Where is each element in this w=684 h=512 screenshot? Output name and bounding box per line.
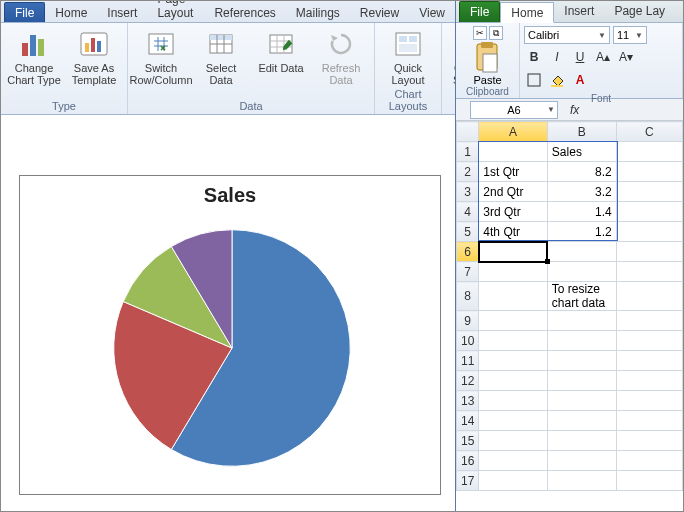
cell-A2[interactable]: 1st Qtr (479, 162, 548, 182)
cell-A4[interactable]: 3rd Qtr (479, 202, 548, 222)
document-area[interactable]: Sales (1, 115, 455, 511)
cell-B5[interactable]: 1.2 (547, 222, 616, 242)
cell-B1[interactable]: Sales (547, 142, 616, 162)
cell-B11[interactable] (547, 351, 616, 371)
cell-C2[interactable] (616, 162, 682, 182)
column-header-B[interactable]: B (547, 122, 616, 142)
tab-view[interactable]: View (409, 3, 455, 22)
cell-B12[interactable] (547, 371, 616, 391)
chart-object[interactable]: Sales (19, 175, 441, 495)
row-header-8[interactable]: 8 (457, 282, 479, 311)
underline-button[interactable]: U (570, 47, 590, 67)
row-header-6[interactable]: 6 (457, 242, 479, 262)
cell-A15[interactable] (479, 431, 548, 451)
excel-tab-insert[interactable]: Insert (554, 1, 604, 22)
borders-button[interactable] (524, 70, 544, 90)
cell-A9[interactable] (479, 311, 548, 331)
row-header-13[interactable]: 13 (457, 391, 479, 411)
cell-A7[interactable] (479, 262, 548, 282)
tab-references[interactable]: References (204, 3, 285, 22)
row-header-12[interactable]: 12 (457, 371, 479, 391)
tab-mailings[interactable]: Mailings (286, 3, 350, 22)
cell-A17[interactable] (479, 471, 548, 491)
fill-color-button[interactable] (547, 70, 567, 90)
cell-C5[interactable] (616, 222, 682, 242)
cell-B8[interactable]: To resize chart data (547, 282, 616, 311)
cell-A8[interactable] (479, 282, 548, 311)
cell-B17[interactable] (547, 471, 616, 491)
cell-A5[interactable]: 4th Qtr (479, 222, 548, 242)
select-all-corner[interactable] (457, 122, 479, 142)
cell-A12[interactable] (479, 371, 548, 391)
cell-C15[interactable] (616, 431, 682, 451)
edit-data-button[interactable]: Edit Data (254, 26, 308, 74)
fx-icon[interactable]: fx (570, 103, 579, 117)
cell-A10[interactable] (479, 331, 548, 351)
select-data-button[interactable]: Select Data (194, 26, 248, 86)
font-size-combo[interactable]: 11▼ (613, 26, 647, 44)
cell-C10[interactable] (616, 331, 682, 351)
cut-icon[interactable]: ✂ (473, 26, 487, 40)
cell-C4[interactable] (616, 202, 682, 222)
cell-C1[interactable] (616, 142, 682, 162)
cell-B6[interactable] (547, 242, 616, 262)
cell-C11[interactable] (616, 351, 682, 371)
row-header-14[interactable]: 14 (457, 411, 479, 431)
row-header-5[interactable]: 5 (457, 222, 479, 242)
cell-C8[interactable] (616, 282, 682, 311)
cell-C13[interactable] (616, 391, 682, 411)
spreadsheet-grid[interactable]: ABC1Sales21st Qtr8.232nd Qtr3.243rd Qtr1… (456, 121, 683, 491)
tab-insert[interactable]: Insert (97, 3, 147, 22)
row-header-10[interactable]: 10 (457, 331, 479, 351)
cell-B4[interactable]: 1.4 (547, 202, 616, 222)
cell-C12[interactable] (616, 371, 682, 391)
copy-icon[interactable]: ⧉ (489, 26, 503, 40)
column-header-C[interactable]: C (616, 122, 682, 142)
cell-A16[interactable] (479, 451, 548, 471)
row-header-3[interactable]: 3 (457, 182, 479, 202)
row-header-4[interactable]: 4 (457, 202, 479, 222)
row-header-2[interactable]: 2 (457, 162, 479, 182)
cell-C9[interactable] (616, 311, 682, 331)
row-header-9[interactable]: 9 (457, 311, 479, 331)
quick-layout-button[interactable]: Quick Layout (381, 26, 435, 86)
excel-tab-home[interactable]: Home (500, 2, 554, 23)
name-box[interactable]: A6▼ (470, 101, 558, 119)
paste-button[interactable] (471, 40, 505, 74)
cell-A1[interactable] (479, 142, 548, 162)
cell-B16[interactable] (547, 451, 616, 471)
chart-title[interactable]: Sales (20, 184, 440, 207)
cell-A11[interactable] (479, 351, 548, 371)
row-header-15[interactable]: 15 (457, 431, 479, 451)
row-header-16[interactable]: 16 (457, 451, 479, 471)
tab-file[interactable]: File (4, 2, 45, 22)
refresh-data-button[interactable]: Refresh Data (314, 26, 368, 86)
switch-row-column-button[interactable]: Switch Row/Column (134, 26, 188, 86)
cell-B9[interactable] (547, 311, 616, 331)
italic-button[interactable]: I (547, 47, 567, 67)
font-decrease-button[interactable]: A▾ (616, 47, 636, 67)
tab-review[interactable]: Review (350, 3, 409, 22)
cell-B3[interactable]: 3.2 (547, 182, 616, 202)
column-header-A[interactable]: A (479, 122, 548, 142)
save-as-template-button[interactable]: Save As Template (67, 26, 121, 86)
font-color-button[interactable]: A (570, 70, 590, 90)
cell-B15[interactable] (547, 431, 616, 451)
font-increase-button[interactable]: A▴ (593, 47, 613, 67)
cell-C3[interactable] (616, 182, 682, 202)
cell-A13[interactable] (479, 391, 548, 411)
cell-B7[interactable] (547, 262, 616, 282)
cell-A6[interactable] (479, 242, 548, 262)
cell-C17[interactable] (616, 471, 682, 491)
cell-C6[interactable] (616, 242, 682, 262)
pie-chart[interactable] (106, 222, 358, 474)
row-header-7[interactable]: 7 (457, 262, 479, 282)
excel-tab-page-layout[interactable]: Page Lay (604, 1, 675, 22)
cell-C16[interactable] (616, 451, 682, 471)
tab-home[interactable]: Home (45, 3, 97, 22)
excel-tab-file[interactable]: File (459, 1, 500, 22)
cell-C7[interactable] (616, 262, 682, 282)
row-header-11[interactable]: 11 (457, 351, 479, 371)
change-chart-type-button[interactable]: Change Chart Type (7, 26, 61, 86)
cell-C14[interactable] (616, 411, 682, 431)
